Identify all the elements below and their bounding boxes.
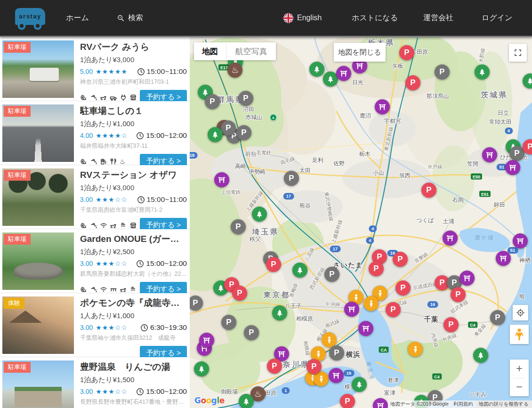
marker-parking[interactable]: P bbox=[405, 75, 420, 90]
marker-parking[interactable]: P bbox=[451, 287, 466, 302]
marker-campsite[interactable] bbox=[252, 207, 267, 222]
marker-parking-gray[interactable]: P bbox=[205, 94, 220, 109]
marker-shrine[interactable] bbox=[496, 251, 511, 266]
marker-parking[interactable]: P bbox=[267, 359, 282, 374]
listing-card[interactable]: 駐車場RVパーク みうら1泊あたり¥3,0005.00★★★★★15:00~11… bbox=[0, 37, 190, 101]
amenity-icons bbox=[80, 222, 137, 229]
marker-parking[interactable]: P bbox=[399, 45, 414, 60]
listing-card[interactable]: 駐車場RVステーション オザワ1泊あたり¥3,0003.00★★★☆☆15:00… bbox=[0, 165, 190, 229]
marker-campsite[interactable] bbox=[309, 62, 324, 77]
map-tab[interactable]: 地図 bbox=[194, 42, 226, 60]
marker-parking[interactable]: P bbox=[369, 261, 384, 276]
marker-parking-gray[interactable]: P bbox=[231, 219, 246, 234]
pegman-icon bbox=[514, 328, 524, 341]
fullscreen-button[interactable] bbox=[509, 44, 527, 62]
checkin-time: 15:00~12:00 bbox=[136, 131, 187, 140]
nav-company[interactable]: 運営会社 bbox=[423, 0, 453, 36]
marker-experience[interactable] bbox=[363, 296, 379, 311]
marker-shrine[interactable] bbox=[482, 147, 497, 162]
map[interactable]: 群馬県栃木県茨城県埼玉県東京都神奈川県さいたま横浜千葉沼田前橋高崎伊勢崎太田足利… bbox=[190, 37, 532, 408]
mountain-poi-pin[interactable]: ▲ bbox=[270, 114, 277, 121]
marker-parking[interactable]: P bbox=[340, 394, 355, 408]
marker-parking[interactable]: P bbox=[266, 257, 281, 272]
marker-parking-gray[interactable]: P bbox=[509, 146, 524, 161]
listing-title: RVステーション オザワ bbox=[80, 169, 187, 181]
marker-parking[interactable]: P bbox=[386, 302, 401, 317]
marker-shrine[interactable] bbox=[214, 172, 229, 187]
carstay-logo[interactable]: arstay bbox=[4, 4, 47, 34]
marker-parking-gray[interactable]: P bbox=[238, 91, 253, 106]
listing-photo: 駐車場 bbox=[2, 104, 74, 162]
google-logo[interactable]: Google bbox=[194, 396, 225, 406]
marker-parking[interactable]: P bbox=[443, 317, 459, 332]
marker-parking-gray[interactable]: P bbox=[324, 267, 339, 282]
marker-shrine[interactable] bbox=[443, 231, 458, 246]
nav-become-host[interactable]: ホストになる bbox=[352, 0, 398, 36]
marker-shrine[interactable] bbox=[513, 233, 528, 248]
marker-campsite[interactable] bbox=[523, 73, 532, 88]
marker-campsite[interactable] bbox=[194, 361, 209, 376]
marker-parking-gray[interactable]: P bbox=[244, 325, 259, 340]
marker-campsite[interactable] bbox=[475, 64, 490, 80]
pegman-button[interactable] bbox=[510, 325, 529, 344]
marker-experience[interactable] bbox=[408, 342, 423, 357]
amenity-wifi-icon bbox=[100, 222, 107, 229]
listing-title: 豊野温泉 りんごの湯 bbox=[80, 361, 187, 373]
checkin-time: 15:00~12:00 bbox=[136, 387, 187, 396]
marker-parking-gray[interactable]: P bbox=[221, 315, 236, 330]
nav-home[interactable]: ホーム bbox=[66, 0, 89, 36]
terms-link[interactable]: 利用規約 bbox=[451, 401, 476, 408]
map-label: 八高線 bbox=[303, 247, 316, 263]
listing-card[interactable]: 駐車場Garden ONOUE (ガーデ…1泊あたり¥2,5003.00★★★☆… bbox=[0, 229, 190, 293]
marker-shrine[interactable] bbox=[505, 160, 520, 175]
nav-login[interactable]: ログイン bbox=[482, 0, 513, 36]
marker-campsite[interactable] bbox=[352, 377, 367, 392]
marker-shrine[interactable] bbox=[199, 333, 214, 348]
marker-parking-gray[interactable]: P bbox=[221, 120, 236, 136]
rating-value: 3.00 bbox=[80, 324, 93, 331]
marker-parking-gray[interactable]: P bbox=[329, 345, 344, 360]
close-map-button[interactable]: 地図を閉じる bbox=[334, 43, 386, 62]
marker-campsite[interactable] bbox=[239, 394, 254, 408]
marker-parking[interactable]: P bbox=[421, 183, 436, 198]
marker-shrine[interactable] bbox=[329, 368, 344, 383]
marker-onsen[interactable]: ♨ bbox=[227, 63, 242, 78]
marker-parking[interactable]: P bbox=[306, 359, 322, 374]
marker-parking-gray[interactable]: P bbox=[236, 125, 251, 140]
zoom-in-button[interactable]: + bbox=[510, 360, 529, 378]
marker-shrine[interactable] bbox=[459, 271, 475, 286]
road-badge: 16 bbox=[427, 301, 438, 308]
checkin-time: 15:00~11:00 bbox=[137, 195, 187, 204]
marker-campsite[interactable] bbox=[208, 127, 223, 142]
marker-shrine[interactable] bbox=[375, 99, 390, 114]
satellite-tab[interactable]: 航空写真 bbox=[226, 42, 276, 60]
marker-campsite[interactable] bbox=[292, 263, 307, 278]
marker-parking[interactable]: P bbox=[232, 286, 247, 301]
marker-campsite[interactable] bbox=[473, 348, 488, 363]
nav-language[interactable]: English bbox=[283, 0, 322, 36]
map-data-copyright: 地図データ ©2019 Google bbox=[388, 401, 451, 408]
zoom-out-button[interactable]: − bbox=[510, 378, 529, 396]
report-error-link[interactable]: 地図の誤りを報告する bbox=[476, 400, 532, 408]
listing-card[interactable]: 駐車場豊野温泉 りんごの湯1泊あたり¥1,5003.00★★★☆☆15:00~1… bbox=[0, 357, 190, 408]
marker-campsite[interactable] bbox=[272, 305, 287, 320]
marker-parking-gray[interactable]: P bbox=[490, 310, 505, 325]
road-badge: C4 bbox=[468, 322, 477, 328]
listing-card[interactable]: 駐車場駐車場こしの１1泊あたり¥1,0004.00★★★★☆15:00~12:0… bbox=[0, 101, 190, 165]
marker-shrine[interactable] bbox=[344, 302, 359, 317]
marker-parking[interactable]: P bbox=[393, 252, 408, 267]
my-location-button[interactable] bbox=[513, 305, 528, 320]
map-label: 太田 bbox=[299, 167, 311, 175]
marker-experience[interactable] bbox=[322, 332, 337, 347]
listing-card[interactable]: 体験ポケモンの寺『成龍寺』…1人あたり¥1,0003.00★★★☆☆6:30~1… bbox=[0, 293, 190, 357]
marker-parking-gray[interactable]: P bbox=[435, 64, 450, 80]
marker-shrine[interactable] bbox=[336, 66, 351, 81]
marker-parking-gray[interactable]: P bbox=[190, 296, 203, 311]
marker-shrine[interactable] bbox=[373, 398, 388, 408]
map-label: 君津 bbox=[387, 376, 399, 384]
marker-parking[interactable]: P bbox=[395, 280, 411, 296]
marker-parking-gray[interactable]: P bbox=[284, 171, 299, 186]
nav-search[interactable]: 検索 bbox=[117, 0, 143, 36]
marker-shrine[interactable] bbox=[358, 321, 373, 336]
road-badge: 16 bbox=[344, 370, 355, 376]
